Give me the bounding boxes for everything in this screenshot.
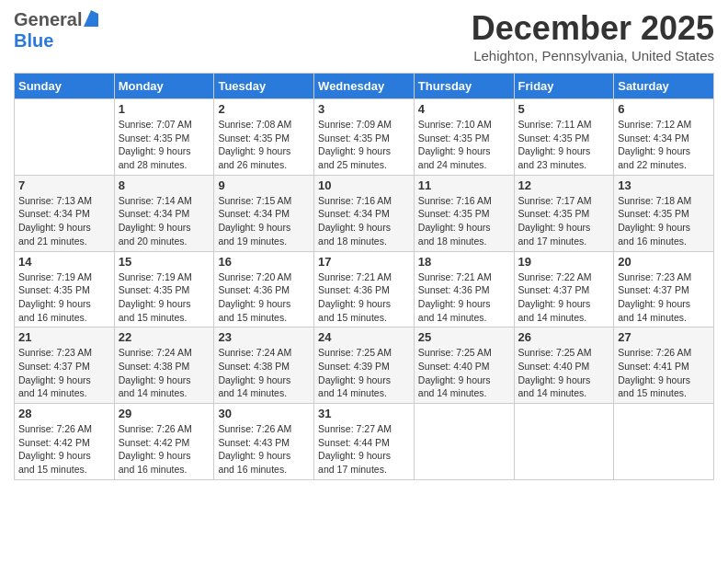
calendar-cell: 15Sunrise: 7:19 AMSunset: 4:35 PMDayligh…: [114, 251, 214, 327]
logo-blue: Blue: [14, 30, 53, 51]
day-info: Sunrise: 7:16 AMSunset: 4:35 PMDaylight:…: [418, 194, 510, 248]
calendar-week-row: 14Sunrise: 7:19 AMSunset: 4:35 PMDayligh…: [15, 251, 714, 327]
day-number: 14: [18, 255, 110, 269]
day-number: 3: [318, 102, 410, 116]
calendar-cell: 24Sunrise: 7:25 AMSunset: 4:39 PMDayligh…: [314, 327, 415, 404]
calendar-cell: 23Sunrise: 7:24 AMSunset: 4:38 PMDayligh…: [214, 327, 314, 404]
day-number: 24: [318, 330, 410, 344]
calendar-week-row: 21Sunrise: 7:23 AMSunset: 4:37 PMDayligh…: [15, 327, 714, 404]
calendar-cell: 7Sunrise: 7:13 AMSunset: 4:34 PMDaylight…: [15, 175, 115, 251]
day-number: 19: [518, 255, 610, 269]
day-info: Sunrise: 7:20 AMSunset: 4:36 PMDaylight:…: [218, 270, 310, 325]
day-info: Sunrise: 7:19 AMSunset: 4:35 PMDaylight:…: [18, 270, 110, 325]
calendar-day-header: Tuesday: [214, 74, 314, 99]
calendar-cell: 5Sunrise: 7:11 AMSunset: 4:35 PMDaylight…: [514, 99, 614, 176]
calendar-cell: 12Sunrise: 7:17 AMSunset: 4:35 PMDayligh…: [514, 175, 614, 251]
day-number: 16: [218, 255, 310, 269]
logo-icon: [84, 10, 98, 30]
day-number: 17: [318, 255, 410, 269]
day-number: 26: [518, 330, 610, 344]
day-info: Sunrise: 7:24 AMSunset: 4:38 PMDaylight:…: [119, 346, 210, 400]
day-number: 22: [119, 330, 210, 344]
day-number: 7: [18, 178, 110, 192]
day-info: Sunrise: 7:23 AMSunset: 4:37 PMDaylight:…: [18, 346, 110, 400]
day-number: 15: [119, 255, 210, 269]
day-number: 2: [218, 102, 310, 116]
day-number: 9: [218, 178, 310, 192]
calendar-week-row: 1Sunrise: 7:07 AMSunset: 4:35 PMDaylight…: [15, 99, 714, 176]
day-number: 6: [618, 102, 710, 116]
day-number: 1: [119, 102, 210, 116]
calendar-cell: [15, 99, 115, 176]
day-number: 27: [618, 330, 710, 344]
calendar-cell: 22Sunrise: 7:24 AMSunset: 4:38 PMDayligh…: [114, 327, 214, 404]
calendar-cell: 10Sunrise: 7:16 AMSunset: 4:34 PMDayligh…: [314, 175, 415, 251]
day-number: 4: [418, 102, 510, 116]
day-info: Sunrise: 7:26 AMSunset: 4:43 PMDaylight:…: [218, 422, 310, 477]
calendar-cell: 20Sunrise: 7:23 AMSunset: 4:37 PMDayligh…: [614, 251, 714, 327]
calendar-week-row: 28Sunrise: 7:26 AMSunset: 4:42 PMDayligh…: [15, 404, 714, 480]
calendar-cell: 21Sunrise: 7:23 AMSunset: 4:37 PMDayligh…: [15, 327, 115, 404]
day-info: Sunrise: 7:19 AMSunset: 4:35 PMDaylight:…: [119, 270, 210, 325]
calendar-cell: 9Sunrise: 7:15 AMSunset: 4:34 PMDaylight…: [214, 175, 314, 251]
day-number: 20: [618, 255, 710, 269]
day-number: 10: [318, 178, 410, 192]
day-info: Sunrise: 7:17 AMSunset: 4:35 PMDaylight:…: [518, 194, 610, 248]
calendar-cell: [414, 404, 514, 480]
day-info: Sunrise: 7:25 AMSunset: 4:39 PMDaylight:…: [318, 346, 410, 400]
day-number: 25: [418, 330, 510, 344]
month-title: December 2025: [472, 9, 714, 48]
page-header: General Blue December 2025 Lehighton, Pe…: [14, 9, 714, 63]
calendar-table: SundayMondayTuesdayWednesdayThursdayFrid…: [14, 73, 714, 480]
day-info: Sunrise: 7:09 AMSunset: 4:35 PMDaylight:…: [318, 118, 410, 172]
calendar-cell: 8Sunrise: 7:14 AMSunset: 4:34 PMDaylight…: [114, 175, 214, 251]
calendar-cell: 14Sunrise: 7:19 AMSunset: 4:35 PMDayligh…: [15, 251, 115, 327]
day-info: Sunrise: 7:12 AMSunset: 4:34 PMDaylight:…: [618, 118, 710, 172]
day-info: Sunrise: 7:15 AMSunset: 4:34 PMDaylight:…: [218, 194, 310, 248]
day-info: Sunrise: 7:22 AMSunset: 4:37 PMDaylight:…: [518, 270, 610, 325]
logo: General Blue: [14, 9, 98, 52]
day-info: Sunrise: 7:14 AMSunset: 4:34 PMDaylight:…: [119, 194, 210, 248]
calendar-cell: 4Sunrise: 7:10 AMSunset: 4:35 PMDaylight…: [414, 99, 514, 176]
day-number: 8: [119, 178, 210, 192]
day-info: Sunrise: 7:23 AMSunset: 4:37 PMDaylight:…: [618, 270, 710, 325]
calendar-cell: 6Sunrise: 7:12 AMSunset: 4:34 PMDaylight…: [614, 99, 714, 176]
day-number: 23: [218, 330, 310, 344]
calendar-day-header: Friday: [514, 74, 614, 99]
day-number: 28: [18, 407, 110, 420]
day-info: Sunrise: 7:07 AMSunset: 4:35 PMDaylight:…: [119, 118, 210, 172]
calendar-cell: 3Sunrise: 7:09 AMSunset: 4:35 PMDaylight…: [314, 99, 415, 176]
calendar-cell: [614, 404, 714, 480]
calendar-cell: 27Sunrise: 7:26 AMSunset: 4:41 PMDayligh…: [614, 327, 714, 404]
calendar-cell: 2Sunrise: 7:08 AMSunset: 4:35 PMDaylight…: [214, 99, 314, 176]
day-number: 31: [318, 407, 410, 420]
day-info: Sunrise: 7:21 AMSunset: 4:36 PMDaylight:…: [418, 270, 510, 325]
day-info: Sunrise: 7:27 AMSunset: 4:44 PMDaylight:…: [318, 422, 410, 477]
day-number: 30: [218, 407, 310, 420]
day-info: Sunrise: 7:11 AMSunset: 4:35 PMDaylight:…: [518, 118, 610, 172]
calendar-cell: 16Sunrise: 7:20 AMSunset: 4:36 PMDayligh…: [214, 251, 314, 327]
day-info: Sunrise: 7:10 AMSunset: 4:35 PMDaylight:…: [418, 118, 510, 172]
calendar-cell: 26Sunrise: 7:25 AMSunset: 4:40 PMDayligh…: [514, 327, 614, 404]
day-number: 5: [518, 102, 610, 116]
calendar-header-row: SundayMondayTuesdayWednesdayThursdayFrid…: [15, 74, 714, 99]
day-number: 21: [18, 330, 110, 344]
day-info: Sunrise: 7:16 AMSunset: 4:34 PMDaylight:…: [318, 194, 410, 248]
calendar-cell: 30Sunrise: 7:26 AMSunset: 4:43 PMDayligh…: [214, 404, 314, 480]
location-title: Lehighton, Pennsylvania, United States: [472, 48, 714, 63]
calendar-week-row: 7Sunrise: 7:13 AMSunset: 4:34 PMDaylight…: [15, 175, 714, 251]
day-info: Sunrise: 7:25 AMSunset: 4:40 PMDaylight:…: [418, 346, 510, 400]
day-info: Sunrise: 7:21 AMSunset: 4:36 PMDaylight:…: [318, 270, 410, 325]
day-info: Sunrise: 7:08 AMSunset: 4:35 PMDaylight:…: [218, 118, 310, 172]
calendar-cell: 31Sunrise: 7:27 AMSunset: 4:44 PMDayligh…: [314, 404, 415, 480]
calendar-day-header: Saturday: [614, 74, 714, 99]
calendar-cell: 13Sunrise: 7:18 AMSunset: 4:35 PMDayligh…: [614, 175, 714, 251]
day-number: 12: [518, 178, 610, 192]
day-number: 11: [418, 178, 510, 192]
calendar-cell: 1Sunrise: 7:07 AMSunset: 4:35 PMDaylight…: [114, 99, 214, 176]
calendar-cell: 19Sunrise: 7:22 AMSunset: 4:37 PMDayligh…: [514, 251, 614, 327]
day-number: 18: [418, 255, 510, 269]
day-info: Sunrise: 7:13 AMSunset: 4:34 PMDaylight:…: [18, 194, 110, 248]
day-number: 29: [119, 407, 210, 420]
day-info: Sunrise: 7:18 AMSunset: 4:35 PMDaylight:…: [618, 194, 710, 248]
